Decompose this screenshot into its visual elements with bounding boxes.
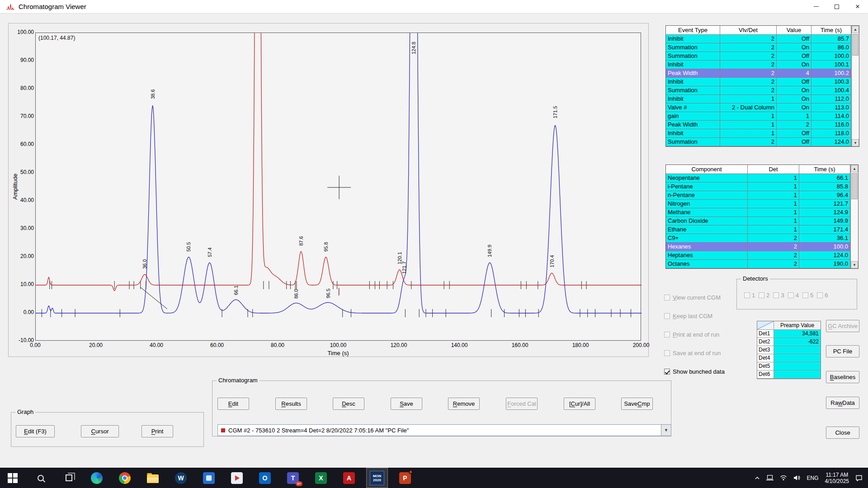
table-row[interactable]: Summation2On86.0 [666,43,851,52]
save-button[interactable]: Save [391,398,422,410]
table-cell: 100.0 [811,52,851,61]
table-row[interactable]: Neopentane166.1 [666,174,850,183]
pc-file-button[interactable]: PC File [826,345,859,357]
table-row[interactable]: n-Pentane196.4 [666,191,850,200]
cursor-button[interactable]: Cursor [81,425,119,437]
taskbar-app-blue-icon[interactable] [198,468,220,488]
option-show-bunched-data[interactable]: Show bunched data [664,367,725,376]
taskbar-excel-icon[interactable]: X [310,468,332,488]
taskbar-file-explorer-icon[interactable] [142,468,164,488]
plot-area[interactable]: (100.17, 44.87) 36.038.650.557.466.186.0… [35,33,641,341]
combo-dropdown-button[interactable]: ▼ [661,425,671,436]
preamp-row-det5[interactable]: Det5 [757,362,821,371]
taskbar-search-icon[interactable] [30,468,52,488]
column-header-time-s[interactable]: Time (s) [799,165,850,174]
column-header-component[interactable]: Component [666,165,748,174]
table-row[interactable]: Inhibit2On100.1 [666,61,851,69]
table-row[interactable]: Peak Width12116.0 [666,121,851,129]
column-header-event-type[interactable]: Event Type [666,26,720,35]
table-row[interactable]: Valve #2 - Dual ColumnOn113.0 [666,103,851,112]
hidden-icons-chevron[interactable] [755,476,760,480]
taskbar-chrome-icon[interactable] [114,468,136,488]
column-header-vlv-det[interactable]: Vlv/Det [720,26,777,35]
preamp-row-det4[interactable]: Det4 [757,354,821,362]
network-icon[interactable] [780,475,787,481]
table-cell: Hexanes [666,243,748,251]
peak-label: 170.4 [549,255,555,267]
cur-all-button[interactable]: [Cur]/All [564,398,595,410]
taskbar-webex-icon[interactable]: W [170,468,192,488]
table-row[interactable]: i-Pentane185.8 [666,183,850,191]
volume-icon[interactable] [793,475,801,481]
scroll-up-button[interactable]: ▲ [852,26,859,33]
taskbar-powerpoint-icon[interactable]: P [394,468,416,488]
table-cell: C9+ [666,234,748,243]
results-button[interactable]: Results [275,398,307,410]
preamp-row-det6[interactable]: Det6 [757,371,821,379]
vertical-scrollbar[interactable]: ▲▼ [850,165,858,268]
taskbar-app-media-icon[interactable] [226,468,248,488]
table-row[interactable]: Inhibit1On112.0 [666,95,851,103]
scrollbar-thumb[interactable] [851,173,858,199]
print-button[interactable]: Print [142,425,173,437]
minimize-button[interactable] [806,0,826,13]
chromatogram-selector-combobox[interactable]: CGM #2 - 753610 2 Stream=4 Det=2 8/20/20… [217,424,671,436]
device-icon[interactable] [766,475,774,481]
table-cell: 124.0 [811,138,851,146]
edit-f3-button[interactable]: Edit (F3) [16,425,55,437]
preamp-row-det1[interactable]: Det134,581 [757,330,821,338]
y-tick-label: 10.00 [13,281,34,287]
language-indicator[interactable]: ENG [807,475,819,481]
table-row[interactable]: Hexanes2100.0 [666,243,850,251]
scrollbar-track[interactable] [852,33,859,139]
scrollbar-thumb[interactable] [852,34,859,56]
table-row[interactable]: C9+236.1 [666,234,850,243]
taskbar-task-view-icon[interactable] [58,468,80,488]
taskbar-mon2020-icon[interactable]: MON2020 [366,468,388,488]
taskbar-acrobat-icon[interactable]: A [338,468,360,488]
table-row[interactable]: Carbon Dioxide1149.9 [666,217,850,225]
table-row[interactable]: Summation2Off124.0 [666,138,851,146]
table-row[interactable]: Inhibit2Off85.7 [666,35,851,43]
table-row[interactable]: Heptanes2124.0 [666,251,850,260]
checkbox[interactable] [664,369,670,375]
baselines-button[interactable]: Baselines [826,371,859,383]
scroll-up-button[interactable]: ▲ [851,165,858,172]
scroll-down-button[interactable]: ▼ [852,139,859,146]
taskbar-start-icon[interactable] [2,468,24,488]
action-center-icon[interactable] [855,475,863,481]
close-button[interactable]: Close [826,427,859,439]
table-row[interactable]: Ethane1171.4 [666,225,850,234]
table-row[interactable]: Methane1124.9 [666,208,850,217]
taskbar-teams-icon[interactable]: T9+ [282,468,304,488]
table-cell: Neopentane [666,174,748,183]
table-row[interactable]: Nitrogen1121.7 [666,200,850,208]
table-row[interactable]: Inhibit2Off100.3 [666,78,851,86]
maximize-button[interactable] [826,0,847,13]
preamp-row-det3[interactable]: Det3 [757,346,821,354]
taskbar-outlook-icon[interactable]: O [254,468,276,488]
column-header-time-s[interactable]: Time (s) [811,26,851,35]
save-cmp-button[interactable]: Save Cmp [621,398,653,410]
column-header-value[interactable]: Value [777,26,811,35]
table-row[interactable]: Summation2On100.4 [666,86,851,95]
table-row[interactable]: gain11114.0 [666,112,851,121]
edit-button[interactable]: Edit [217,398,249,410]
remove-button[interactable]: Remove [448,398,480,410]
table-row[interactable]: Octanes2190.0 [666,260,850,268]
table-row[interactable]: Inhibit1Off118.0 [666,129,851,138]
raw-data-button[interactable]: Raw Data [826,397,859,409]
table-row[interactable]: Peak Width24100.2 [666,69,851,78]
scrollbar-track[interactable] [851,172,858,261]
taskbar-edge-icon[interactable] [86,468,108,488]
table-cell: 1 [748,200,799,208]
preamp-row-det2[interactable]: Det2-622 [757,338,821,346]
close-window-button[interactable]: ✕ [847,0,868,13]
scroll-down-button[interactable]: ▼ [851,261,858,268]
table-row[interactable]: Summation2Off100.0 [666,52,851,61]
column-header-det[interactable]: Det [748,165,799,174]
vertical-scrollbar[interactable]: ▲▼ [851,26,859,146]
checkbox-label: View current CGM [673,294,721,301]
desc-button[interactable]: Desc [333,398,364,410]
clock[interactable]: 11:17 AM 4/10/2025 [825,472,849,484]
